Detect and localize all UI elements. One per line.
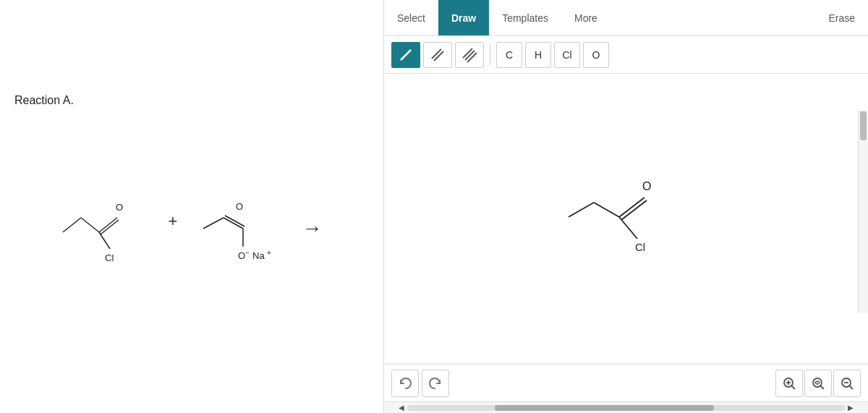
zoom-out-icon — [840, 376, 854, 391]
atom-h-button[interactable]: H — [525, 42, 551, 68]
scrollbar-thumb — [495, 405, 714, 411]
reaction-label: Reaction A. — [14, 94, 74, 107]
svg-line-21 — [467, 53, 477, 62]
toolbar-separator — [490, 45, 490, 65]
svg-line-20 — [465, 51, 475, 60]
svg-line-37 — [850, 386, 854, 389]
svg-line-32 — [792, 386, 796, 389]
tab-draw[interactable]: Draw — [438, 0, 489, 35]
zoom-reset-icon — [811, 376, 825, 391]
svg-line-5 — [99, 232, 110, 249]
single-bond-button[interactable] — [391, 42, 420, 68]
molecule-2: O O − Na + — [196, 178, 283, 265]
svg-line-34 — [821, 386, 825, 389]
zoom-reset-button[interactable] — [804, 370, 832, 397]
svg-line-7 — [203, 218, 224, 229]
redo-button[interactable] — [422, 370, 449, 397]
svg-line-2 — [99, 218, 117, 232]
reaction-area: O Cl + O O − Na + → — [56, 178, 328, 265]
triple-bond-button[interactable] — [455, 42, 484, 68]
single-bond-icon — [398, 47, 414, 63]
tab-more[interactable]: More — [561, 0, 610, 35]
plus-sign: + — [169, 212, 178, 231]
tab-toolbar: Select Draw Templates More Erase — [384, 0, 868, 36]
zoom-controls — [775, 370, 861, 397]
svg-text:O: O — [236, 201, 243, 212]
svg-text:Cl: Cl — [105, 252, 114, 263]
svg-line-23 — [594, 203, 619, 217]
svg-line-17 — [432, 49, 441, 59]
svg-text:+: + — [267, 249, 271, 257]
triple-bond-icon — [461, 47, 477, 63]
svg-line-9 — [225, 216, 244, 226]
svg-line-3 — [101, 220, 119, 234]
svg-point-33 — [813, 378, 822, 387]
tab-templates[interactable]: Templates — [489, 0, 561, 35]
redo-icon — [428, 376, 443, 391]
svg-line-19 — [463, 48, 472, 58]
svg-line-22 — [569, 203, 594, 217]
svg-text:O: O — [238, 250, 245, 261]
svg-line-25 — [621, 200, 647, 220]
undo-redo-controls — [391, 370, 449, 397]
svg-line-1 — [81, 218, 99, 232]
svg-line-8 — [224, 218, 243, 229]
zoom-in-icon — [782, 376, 796, 391]
svg-text:−: − — [245, 249, 250, 257]
double-bond-button[interactable] — [423, 42, 452, 68]
canvas-area[interactable]: O Cl — [384, 74, 868, 364]
v-scroll-thumb — [860, 111, 867, 140]
molecule-1: O Cl — [56, 178, 150, 265]
scroll-right-arrow[interactable]: ▶ — [845, 404, 856, 412]
svg-line-16 — [401, 50, 411, 60]
undo-button[interactable] — [391, 370, 419, 397]
svg-text:O: O — [642, 180, 651, 192]
bottom-toolbar — [384, 364, 868, 401]
horizontal-scrollbar[interactable]: ◀ ▶ — [384, 401, 868, 413]
atom-c-button[interactable]: C — [496, 42, 522, 68]
reaction-arrow: → — [302, 217, 322, 240]
svg-line-24 — [619, 197, 644, 217]
svg-line-0 — [63, 218, 81, 232]
zoom-in-button[interactable] — [775, 370, 803, 397]
left-panel: Reaction A. O Cl + O — [0, 0, 383, 413]
v-scroll-track — [860, 111, 867, 312]
undo-icon — [398, 376, 412, 391]
scroll-left-arrow[interactable]: ◀ — [396, 404, 407, 412]
zoom-out-button[interactable] — [833, 370, 861, 397]
bond-toolbar: C H Cl O — [384, 36, 868, 74]
product-molecule: O Cl — [554, 141, 699, 271]
tab-select[interactable]: Select — [384, 0, 438, 35]
svg-text:Na: Na — [252, 250, 265, 261]
svg-text:O: O — [116, 202, 123, 213]
svg-line-27 — [619, 217, 637, 239]
scrollbar-track — [407, 405, 845, 411]
svg-text:Cl: Cl — [635, 241, 645, 253]
tab-erase[interactable]: Erase — [815, 0, 868, 35]
atom-o-button[interactable]: O — [583, 42, 609, 68]
double-bond-icon — [430, 47, 446, 63]
atom-cl-button[interactable]: Cl — [554, 42, 580, 68]
vertical-scrollbar[interactable] — [858, 110, 868, 313]
right-panel: Select Draw Templates More Erase — [383, 0, 868, 413]
svg-line-18 — [434, 51, 443, 61]
